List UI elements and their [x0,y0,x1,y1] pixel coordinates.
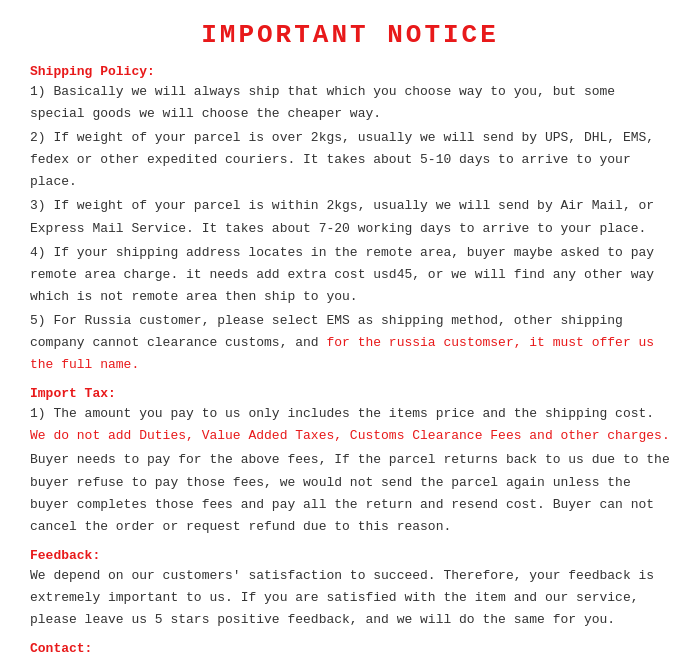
feedback-label: Feedback: [30,548,670,563]
import-tax-item1: 1) The amount you pay to us only include… [30,403,670,447]
import-tax-label: Import Tax: [30,386,670,401]
shipping-item-2: 2) If weight of your parcel is over 2kgs… [30,127,670,193]
contact-section: Contact: Email: 2401728475@qq.com Wechat… [30,641,670,655]
import-tax-item1-red: We do not add Duties, Value Added Taxes,… [30,428,670,443]
import-tax-item1-before: 1) The amount you pay to us only include… [30,406,654,421]
shipping-policy-section: Shipping Policy: 1) Basically we will al… [30,64,670,376]
shipping-policy-label: Shipping Policy: [30,64,670,79]
feedback-section: Feedback: We depend on our customers' sa… [30,548,670,631]
import-tax-item2: Buyer needs to pay for the above fees, I… [30,449,670,537]
shipping-item-1: 1) Basically we will always ship that wh… [30,81,670,125]
contact-label: Contact: [30,641,670,655]
import-tax-section: Import Tax: 1) The amount you pay to us … [30,386,670,538]
feedback-text: We depend on our customers' satisfaction… [30,565,670,631]
shipping-item-5: 5) For Russia customer, please select EM… [30,310,670,376]
shipping-item-3: 3) If weight of your parcel is within 2k… [30,195,670,239]
shipping-item-4: 4) If your shipping address locates in t… [30,242,670,308]
page-title: IMPORTANT NOTICE [30,20,670,50]
page-container: IMPORTANT NOTICE Shipping Policy: 1) Bas… [0,0,700,655]
